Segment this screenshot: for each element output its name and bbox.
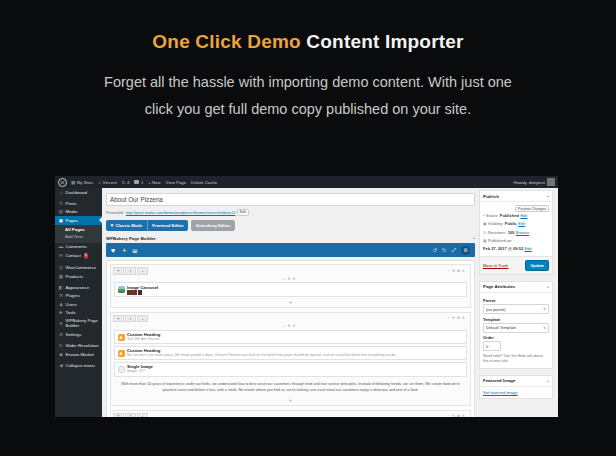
classic-mode-label: Classic Mode: [115, 223, 142, 228]
sidebar-item-plugins[interactable]: ⚒Plugins: [55, 292, 102, 300]
pin-icon: ▪: [483, 214, 484, 219]
permalink-url-link[interactable]: http://pixel-mafia.com/demo/wordpress/th…: [126, 210, 235, 215]
wpbakery-logo-icon[interactable]: ♥: [111, 247, 115, 254]
updates-count: 4: [127, 180, 129, 185]
delete-cache-menu[interactable]: Delete Cache: [191, 180, 217, 185]
sidebar-item-add-new[interactable]: Add New: [55, 233, 102, 241]
element-single-image[interactable]: Single Image Image: 227: [114, 362, 467, 377]
templates-icon[interactable]: ⊞: [132, 247, 137, 254]
comments-menu[interactable]: 1: [134, 180, 143, 185]
view-page-menu[interactable]: View Page: [166, 180, 186, 185]
sidebar-item-appearance[interactable]: ◧Appearance: [55, 283, 102, 291]
delete-row-icon[interactable]: ✕: [462, 414, 467, 417]
order-input[interactable]: 0: [483, 341, 501, 351]
layout-icon[interactable]: ≡: [125, 315, 136, 323]
add-column-icon[interactable]: +: [137, 267, 148, 275]
sidebar-item-all-pages[interactable]: All Pages: [55, 226, 102, 234]
sidebar-label: Products: [66, 274, 83, 279]
sidebar-item-wpbakery[interactable]: ♥WPBakery Page Builder: [55, 317, 102, 330]
toggle-panel-icon[interactable]: ▴: [547, 194, 549, 198]
site-name-menu[interactable]: ⌂ Vincent: [98, 180, 116, 185]
new-content-menu[interactable]: + New: [148, 180, 160, 185]
revisions-browse-link[interactable]: Browse: [516, 230, 529, 235]
sidebar-item-media[interactable]: ▤Media: [55, 208, 102, 216]
sidebar-item-posts[interactable]: ✎Posts: [55, 199, 102, 207]
element-custom-heading[interactable]: A Custom Heading No! we don't just make …: [114, 346, 467, 361]
add-element-button[interactable]: +: [113, 299, 468, 305]
add-element-icon[interactable]: +: [122, 247, 126, 254]
sidebar-item-contact[interactable]: ✉Contact6: [55, 251, 102, 260]
gutenberg-editor-label: Gutenberg Editor: [196, 223, 230, 228]
sidebar-item-products[interactable]: ▦Products: [55, 272, 102, 280]
row-controls[interactable]: −✎⧉✕: [448, 413, 467, 417]
permalink-edit-button[interactable]: Edit: [237, 209, 249, 216]
delete-row-icon[interactable]: ✕: [462, 316, 467, 320]
published-edit-link[interactable]: Edit: [525, 246, 532, 251]
layout-icon[interactable]: ≡: [125, 413, 136, 417]
row-controls[interactable]: −✎⧉✕: [448, 268, 467, 273]
add-column-icon[interactable]: +: [137, 413, 148, 417]
template-select[interactable]: Default Template ⇅: [483, 323, 549, 333]
updates-menu[interactable]: ↻ 4: [122, 180, 130, 185]
fullscreen-icon[interactable]: ⤢: [452, 247, 456, 254]
element-text-block[interactable]: With more than 50 years of experience un…: [113, 379, 468, 395]
column-controls[interactable]: +✎✕: [113, 323, 468, 328]
classic-mode-button[interactable]: ♥ Classic Mode: [106, 220, 147, 231]
page-attributes-header[interactable]: Page Attributes ▴: [480, 282, 552, 293]
toggle-panel-icon[interactable]: ▴: [547, 285, 549, 289]
publish-panel-header[interactable]: Publish ▴: [480, 191, 552, 202]
redo-icon[interactable]: ↻: [442, 247, 447, 253]
sidebar-item-tools[interactable]: ✚Tools: [55, 308, 102, 316]
element-custom-heading[interactable]: A Custom Heading Yes! We Are Vincent: [114, 330, 467, 345]
wordpress-logo-icon[interactable]: W: [58, 178, 67, 187]
drag-handle-icon[interactable]: ✛: [113, 315, 124, 323]
hero-subtitle: Forget all the hassle with importing dem…: [0, 69, 616, 123]
pages-submenu: All Pages Add New: [55, 225, 102, 243]
delete-column-icon[interactable]: ✕: [293, 277, 298, 281]
add-element-button[interactable]: +: [113, 397, 468, 403]
sidebar-item-envato-market[interactable]: ◆Envato Market: [55, 350, 102, 358]
frontend-editor-button[interactable]: Frontend Editor: [147, 220, 188, 231]
my-sites-menu[interactable]: ▦ My Sites: [71, 180, 93, 185]
row-controls[interactable]: −✎⧉✕: [448, 315, 467, 320]
sidebar-item-collapse-menu[interactable]: ◀Collapse menu: [55, 361, 102, 369]
howdy-account-menu[interactable]: Howdy, donytest: [514, 180, 545, 185]
drag-handle-icon[interactable]: ✛: [113, 267, 124, 275]
set-featured-image-link[interactable]: Set featured image: [483, 390, 518, 395]
sidebar-item-slider-revolution[interactable]: ↻Slider Revolution: [55, 341, 102, 349]
add-column-icon[interactable]: +: [137, 315, 148, 323]
page-title-input[interactable]: About Our Pizzeria: [106, 193, 475, 206]
settings-icon: ⚙: [59, 332, 64, 337]
drag-handle-icon[interactable]: ✛: [113, 413, 124, 417]
featured-image-header[interactable]: Featured Image ▴: [480, 376, 552, 387]
delete-row-icon[interactable]: ✕: [462, 269, 467, 273]
parent-select[interactable]: (no parent) ⇅: [483, 304, 549, 314]
avatar[interactable]: [547, 178, 555, 186]
element-image-carousel[interactable]: Image Carousel: [114, 282, 467, 297]
row-handle-group: ✛ ≡ +: [113, 315, 468, 323]
column-controls[interactable]: +✎✕: [113, 276, 468, 281]
page-attributes-title: Page Attributes: [483, 284, 515, 289]
sidebar-item-woocommerce[interactable]: ◎WooCommerce: [55, 263, 102, 271]
sidebar-item-settings[interactable]: ⚙Settings: [55, 330, 102, 338]
sidebar-item-users[interactable]: ♟Users: [55, 300, 102, 308]
sidebar-item-pages[interactable]: ▣Pages: [55, 216, 102, 224]
gutenberg-editor-button[interactable]: Gutenberg Editor: [191, 220, 234, 231]
update-button[interactable]: Update: [525, 260, 549, 271]
sidebar-label: WPBakery Page Builder: [66, 318, 101, 328]
delete-column-icon[interactable]: ✕: [293, 324, 298, 328]
toggle-panel-icon[interactable]: ▴: [547, 379, 549, 383]
visibility-edit-link[interactable]: Edit: [518, 221, 525, 226]
layout-icon[interactable]: ≡: [125, 267, 136, 275]
builder-metabox-title: WPBakery Page Builder: [106, 236, 156, 241]
settings-gear-button[interactable]: ⚙: [461, 246, 470, 255]
status-edit-link[interactable]: Edit: [520, 213, 527, 218]
metabox-toggle-icon[interactable]: ▴: [473, 236, 475, 240]
parent-label: Parent: [483, 298, 549, 303]
publish-panel-title: Publish: [483, 194, 499, 199]
sidebar-item-comments[interactable]: ▬Comments: [55, 243, 102, 251]
sidebar-item-dashboard[interactable]: ⌂Dashboard: [55, 188, 102, 196]
undo-icon[interactable]: ↺: [432, 247, 437, 253]
move-to-trash-link[interactable]: Move to Trash: [483, 263, 508, 268]
preview-changes-button[interactable]: Preview Changes: [515, 205, 549, 212]
